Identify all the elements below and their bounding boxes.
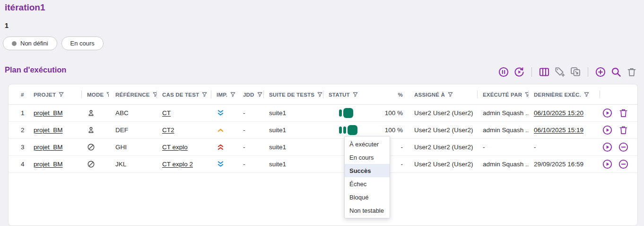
remove-from-plan-button[interactable] [618, 159, 628, 169]
filter-funnel-icon[interactable] [153, 92, 157, 97]
column-header-last_exec[interactable]: DERNIÈRE EXÉC. [528, 84, 600, 105]
last-exec-link[interactable]: 06/10/2025 15:19 [534, 127, 583, 134]
execution-plan-row: 3projet_BMGHICT explo-suite1-User2 User2… [9, 139, 637, 156]
filter-funnel-icon[interactable] [230, 92, 235, 97]
add-circle-icon[interactable] [595, 66, 606, 78]
status-option[interactable]: Échec [345, 177, 390, 190]
status-option[interactable]: Bloqué [345, 190, 390, 204]
project-link[interactable]: projet_BM [34, 109, 63, 117]
execution-status-indicator[interactable] [339, 108, 353, 118]
column-label: JDD [243, 91, 254, 97]
project-link[interactable]: projet_BM [34, 161, 63, 168]
columns-icon[interactable] [539, 66, 550, 78]
status-pill-1[interactable]: En cours [61, 36, 104, 50]
column-header-suite[interactable]: SUITE DE TESTS [263, 84, 323, 105]
actions-cell [600, 139, 637, 156]
execution-status-indicator[interactable] [339, 125, 357, 135]
filter-funnel-icon[interactable] [448, 92, 453, 97]
column-label: DERNIÈRE EXÉC. [534, 91, 581, 97]
test-case-link[interactable]: CT explo 2 [162, 161, 193, 168]
importance-cell [211, 156, 237, 173]
status-block [348, 125, 357, 135]
project-cell: projet_BM [26, 105, 81, 122]
column-header-status[interactable]: STATUT [323, 84, 373, 105]
copy-icon[interactable] [570, 66, 581, 78]
project-link[interactable]: projet_BM [34, 127, 63, 134]
test-case-link[interactable]: CT [162, 109, 171, 117]
status-pill-label: Non défini [20, 40, 48, 47]
status-option[interactable]: À exécuter [345, 137, 390, 151]
last-exec-link[interactable]: 06/10/2025 15:20 [534, 109, 583, 117]
filter-funnel-icon[interactable] [317, 92, 322, 97]
column-label: CAS DE TEST [162, 91, 199, 97]
mode-cell [81, 105, 109, 122]
search-icon[interactable] [610, 66, 622, 78]
test-case-link[interactable]: CT2 [162, 127, 174, 134]
execution-plan-row: 2projet_BMDEFCT2-suite1100 %User2 User2 … [9, 122, 637, 139]
test-case-cell: CT2 [157, 122, 211, 139]
run-execution-button[interactable] [602, 125, 612, 135]
reference-cell: GHI [109, 139, 157, 156]
importance-cell [211, 139, 237, 156]
filter-funnel-icon[interactable] [257, 92, 262, 97]
pause-circle-icon[interactable] [498, 66, 509, 78]
executed-by-cell: admin Squash ... [477, 156, 528, 173]
status-option[interactable]: En cours [345, 151, 390, 164]
filter-funnel-icon[interactable] [59, 92, 64, 97]
column-header-mode[interactable]: MODE [81, 84, 109, 105]
delete-execution-button[interactable] [618, 125, 628, 135]
section-title: Plan d'exécution [5, 65, 66, 74]
run-execution-button[interactable] [602, 142, 612, 152]
actions-cell [600, 122, 637, 139]
rerun-icon[interactable] [513, 66, 525, 78]
column-header-test_case[interactable]: CAS DE TEST [157, 84, 211, 105]
remove-from-plan-button[interactable] [618, 142, 628, 152]
filter-funnel-icon[interactable] [525, 92, 528, 97]
project-cell: projet_BM [26, 122, 81, 139]
delete-execution-button[interactable] [618, 108, 628, 118]
test-case-link[interactable]: CT explo [162, 144, 188, 151]
row-number: 2 [9, 122, 26, 139]
filter-funnel-icon[interactable] [353, 92, 358, 97]
column-label: STATUT [329, 91, 350, 97]
trash-icon[interactable] [626, 66, 637, 78]
table-header-row: #PROJETMODERÉFÉRENCECAS DE TESTIMP.JDDSU… [9, 84, 637, 105]
tag-add-icon[interactable] [554, 66, 566, 78]
test-case-cell: CT [157, 105, 211, 122]
importance-high-icon [217, 126, 225, 134]
column-header-assignee[interactable]: ASSIGNÉ À [409, 84, 477, 105]
column-header-importance[interactable]: IMP. [211, 84, 237, 105]
mode-cell [81, 156, 109, 173]
status-option[interactable]: Succès [345, 164, 390, 177]
status-pill-0[interactable]: Non défini [3, 36, 57, 50]
column-label: # [21, 91, 24, 97]
manual-mode-icon user-icon [87, 109, 95, 117]
actions-cell [600, 156, 637, 173]
column-header-reference[interactable]: RÉFÉRENCE [109, 84, 157, 105]
executed-by-cell: admin Squash ... [477, 122, 528, 139]
column-header-project[interactable]: PROJET [26, 84, 81, 105]
manual-mode-icon user-icon [87, 126, 95, 134]
assignee-cell: User2 User2 (User2) [409, 122, 477, 139]
column-label: % [398, 91, 403, 97]
status-segment [339, 127, 342, 134]
last-exec-text: 29/09/2025 16:59 [534, 161, 583, 168]
row-number: 1 [9, 105, 26, 122]
run-execution-button[interactable] [602, 159, 612, 169]
column-header-dataset[interactable]: JDD [237, 84, 263, 105]
exploratory-mode-icon circle-slash-icon [87, 143, 95, 151]
column-header-executed_by[interactable]: EXÉCUTÉ PAR [477, 84, 528, 105]
exploratory-mode-icon circle-slash-icon [87, 160, 95, 168]
column-label: PROJET [34, 91, 56, 97]
filter-funnel-icon[interactable] [202, 92, 207, 97]
last-exec-cell: - [528, 139, 600, 156]
execution-plan-row: 1projet_BMABCCT-suite1100 %User2 User2 (… [9, 105, 637, 122]
status-option[interactable]: Non testable [345, 204, 390, 217]
execution-plan-card: #PROJETMODERÉFÉRENCECAS DE TESTIMP.JDDSU… [8, 84, 638, 226]
project-link[interactable]: projet_BM [34, 144, 63, 151]
mode-cell [81, 122, 109, 139]
run-execution-button[interactable] [602, 108, 612, 118]
status-cell[interactable] [323, 105, 373, 122]
filter-funnel-icon[interactable] [584, 92, 589, 97]
last-exec-cell: 29/09/2025 16:59 [528, 156, 600, 173]
